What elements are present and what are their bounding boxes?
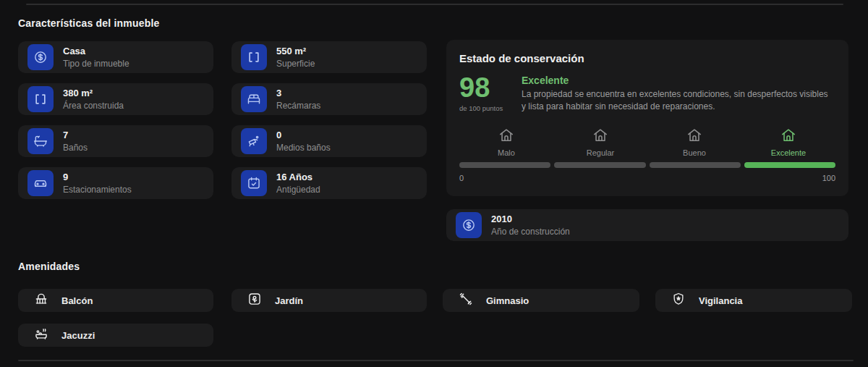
scale-label: Regular bbox=[587, 148, 615, 157]
card-banos: 7 Baños bbox=[18, 125, 213, 157]
jacuzzi-icon bbox=[34, 326, 48, 344]
scale-item-malo: Malo bbox=[459, 127, 553, 157]
dollar-circle-icon bbox=[27, 44, 54, 70]
card-value: 380 m² bbox=[63, 88, 124, 99]
card-antiguedad: 16 Años Antigüedad bbox=[231, 167, 427, 199]
amenity-label: Jardín bbox=[275, 295, 303, 306]
garden-icon bbox=[247, 292, 262, 309]
card-label: Superficie bbox=[276, 59, 315, 69]
card-value: 550 m² bbox=[276, 46, 315, 57]
card-value: 0 bbox=[276, 130, 331, 141]
half-bath-icon bbox=[241, 128, 267, 154]
bar-segment-regular bbox=[554, 162, 645, 168]
scale-item-bueno: Bueno bbox=[647, 127, 741, 157]
card-label: Baños bbox=[63, 143, 88, 153]
dollar-circle-icon bbox=[456, 212, 482, 238]
card-recamaras: 3 Recámaras bbox=[231, 83, 427, 115]
area-brackets-icon bbox=[27, 86, 54, 112]
scale-min: 0 bbox=[459, 174, 464, 182]
card-superficie: 550 m² Superficie bbox=[231, 41, 427, 73]
card-label: Tipo de inmueble bbox=[63, 59, 129, 69]
card-value: 3 bbox=[276, 88, 320, 99]
scale-label: Malo bbox=[498, 148, 515, 157]
card-value: Casa bbox=[63, 46, 129, 57]
bottom-divider bbox=[18, 360, 854, 361]
bed-icon bbox=[241, 86, 267, 112]
shield-star-icon bbox=[671, 292, 686, 309]
section-title-caracteristicas: Características del inmueble bbox=[18, 17, 159, 29]
card-label: Recámaras bbox=[276, 101, 320, 111]
scale-item-regular: Regular bbox=[553, 127, 647, 157]
card-estacionamientos: 9 Estacionamientos bbox=[18, 167, 213, 199]
conservation-scale: Malo Regular Bueno Excelente bbox=[459, 127, 835, 157]
card-label: Año de construcción bbox=[491, 227, 570, 237]
conservation-status: Excelente bbox=[522, 75, 833, 86]
card-label: Antigüedad bbox=[276, 185, 320, 195]
top-divider bbox=[26, 4, 843, 5]
bathtub-icon bbox=[27, 128, 54, 154]
home-icon bbox=[686, 127, 702, 146]
scale-item-excelente: Excelente bbox=[741, 127, 835, 157]
amenity-balcon: Balcón bbox=[18, 289, 213, 312]
scale-max: 100 bbox=[822, 174, 835, 182]
area-brackets-icon bbox=[241, 44, 267, 70]
card-value: 9 bbox=[63, 172, 132, 183]
balcony-icon bbox=[34, 292, 48, 309]
section-title-amenidades: Amenidades bbox=[18, 261, 80, 272]
amenity-label: Vigilancia bbox=[699, 295, 742, 306]
car-icon bbox=[27, 170, 54, 196]
card-ano-construccion: 2010 Año de construcción bbox=[446, 209, 848, 241]
scale-label: Bueno bbox=[683, 148, 706, 157]
amenity-vigilancia: Vigilancia bbox=[655, 289, 852, 312]
amenity-gimnasio: Gimnasio bbox=[443, 289, 639, 312]
card-medios-banos: 0 Medios baños bbox=[231, 125, 427, 157]
calendar-check-icon bbox=[241, 170, 267, 196]
card-area-construida: 380 m² Área construida bbox=[18, 83, 213, 115]
amenity-label: Jacuzzi bbox=[61, 330, 95, 341]
amenity-jardin: Jardín bbox=[231, 289, 427, 312]
conservation-score: 98 bbox=[459, 75, 522, 101]
card-value: 2010 bbox=[491, 214, 570, 225]
conservation-score-caption: de 100 puntos bbox=[459, 104, 522, 112]
amenity-jacuzzi: Jacuzzi bbox=[18, 324, 213, 347]
conservation-panel: Estado de conservación 98 de 100 puntos … bbox=[446, 40, 848, 196]
dumbbell-icon bbox=[459, 292, 473, 309]
home-icon bbox=[780, 127, 796, 146]
conservation-bars bbox=[459, 162, 835, 168]
bar-segment-malo bbox=[459, 162, 550, 168]
characteristics-grid: Casa Tipo de inmueble 550 m² Superficie … bbox=[18, 41, 427, 199]
bar-segment-excelente bbox=[744, 162, 835, 168]
conservation-description: La propiedad se encuentra en excelentes … bbox=[522, 88, 833, 113]
card-label: Área construida bbox=[63, 101, 124, 111]
amenity-label: Balcón bbox=[61, 295, 93, 306]
scale-label: Excelente bbox=[771, 148, 806, 157]
bar-segment-bueno bbox=[650, 162, 741, 168]
amenity-label: Gimnasio bbox=[486, 295, 529, 306]
card-value: 7 bbox=[63, 130, 88, 141]
panel-title: Estado de conservación bbox=[459, 52, 835, 64]
card-value: 16 Años bbox=[276, 172, 320, 183]
home-icon bbox=[592, 127, 608, 146]
card-label: Medios baños bbox=[276, 143, 331, 153]
home-icon bbox=[498, 127, 514, 146]
card-label: Estacionamientos bbox=[63, 185, 132, 195]
card-tipo-inmueble: Casa Tipo de inmueble bbox=[18, 41, 213, 73]
